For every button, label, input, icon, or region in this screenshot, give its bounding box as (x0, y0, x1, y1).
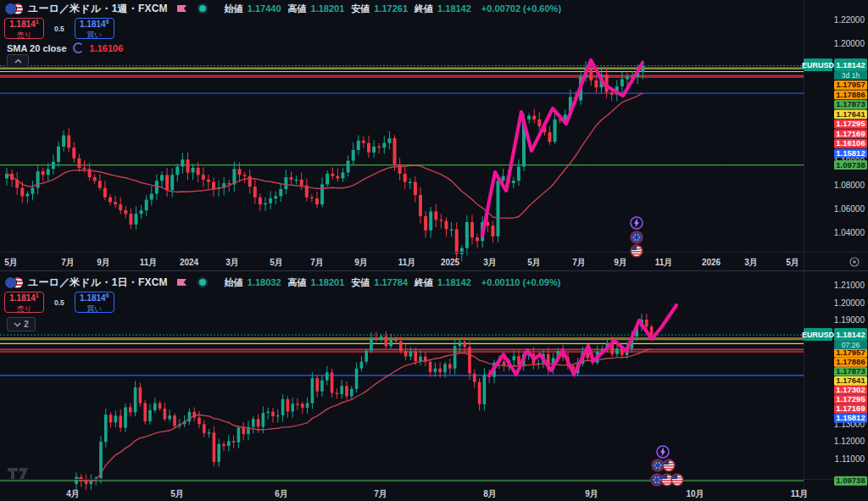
open-label: 始値 (225, 276, 243, 289)
sma-indicator-value: 1.16106 (90, 43, 124, 53)
sma-indicator-name: SMA 20 close (7, 43, 67, 53)
time-tick-label[interactable]: 8月 (483, 489, 497, 498)
candlesticks (5, 60, 644, 261)
time-tick-label[interactable]: 7月 (310, 258, 324, 267)
eu-event-icon[interactable] (631, 231, 643, 243)
sell-button[interactable]: 1.18141 売り (4, 292, 44, 313)
price-tick-label: 1.20000 (834, 298, 865, 308)
sma-line (7, 93, 643, 219)
time-tick-label[interactable]: 11月 (398, 258, 416, 267)
buy-button[interactable]: 1.18146 買い (75, 292, 114, 313)
buy-price: 1.1814 (80, 19, 106, 29)
daily-header-row: ユーロ／米ドル・1日・FXCM 始値 1.18032 高値 1.18201 安値… (5, 276, 560, 289)
sell-label: 売り (17, 304, 31, 313)
symbol-logo (5, 3, 23, 14)
time-tick-label[interactable]: 2024 (180, 258, 199, 267)
time-tick-label[interactable]: 9月 (354, 258, 368, 267)
time-tick-label[interactable]: 3月 (744, 258, 758, 267)
time-tick-label[interactable]: 5月 (786, 258, 799, 267)
time-tick-label[interactable]: 9月 (614, 258, 627, 267)
price-tick-label: 1.11000 (835, 454, 865, 464)
sell-button[interactable]: 1.18141 売り (4, 18, 44, 39)
svg-text:07:26: 07:26 (842, 341, 860, 349)
low-value: 1.17261 (374, 3, 408, 14)
buy-pip: 6 (106, 19, 109, 25)
svg-text:1.17295: 1.17295 (836, 394, 865, 404)
svg-text:1.17873: 1.17873 (836, 366, 865, 376)
svg-text:1.17873: 1.17873 (836, 99, 865, 109)
sma-indicator-row[interactable]: SMA 20 close 1.16106 (7, 42, 123, 53)
time-tick-label[interactable]: 3月 (483, 258, 497, 267)
us-event-icon[interactable] (671, 474, 683, 487)
sell-price: 1.1814 (9, 19, 36, 29)
eu-event-icon[interactable] (652, 459, 664, 471)
sell-pip: 1 (36, 292, 39, 298)
open-value: 1.17440 (248, 3, 281, 14)
chart-title-weekly[interactable]: ユーロ／米ドル・1週・FXCM (28, 2, 168, 16)
open-label: 始値 (225, 3, 243, 15)
svg-text:EURUSD: EURUSD (802, 331, 835, 339)
price-tick-label: 1.19000 (834, 315, 865, 325)
svg-text:1.17886: 1.17886 (836, 90, 865, 99)
low-label: 安値 (351, 3, 370, 15)
time-tick-label[interactable]: 11月 (655, 258, 673, 267)
flag-icon[interactable] (176, 277, 187, 287)
buy-label: 買い (87, 304, 102, 313)
lightning-event-icon[interactable] (657, 446, 669, 458)
buy-pip: 6 (106, 292, 109, 298)
time-tick-label[interactable]: 9月 (97, 258, 110, 267)
time-tick-label[interactable]: 7月 (61, 258, 75, 267)
time-tick-label[interactable]: 6月 (275, 489, 288, 498)
svg-text:1.09738: 1.09738 (836, 160, 865, 170)
svg-text:1.16106: 1.16106 (836, 138, 865, 148)
lightning-event-icon[interactable] (631, 217, 643, 229)
change-value: +0.00110 (+0.09%) (481, 277, 561, 287)
high-label: 高値 (288, 3, 307, 15)
time-tick-label[interactable]: 5月 (4, 258, 18, 267)
chart-title-daily[interactable]: ユーロ／米ドル・1日・FXCM (28, 276, 168, 290)
time-tick-label[interactable]: 5月 (270, 258, 283, 267)
low-value: 1.17784 (374, 277, 408, 287)
weekly-header-row: ユーロ／米ドル・1週・FXCM 始値 1.17440 高値 1.18201 安値… (5, 2, 561, 15)
expand-indicators-button[interactable]: 2 (7, 317, 36, 331)
symbol-logo (5, 277, 23, 288)
collapse-indicators-button[interactable] (7, 54, 29, 68)
high-value: 1.18201 (311, 277, 345, 287)
us-event-icon[interactable] (663, 459, 675, 472)
eur-logo-circle (5, 3, 16, 14)
time-tick-label[interactable]: 2025 (441, 258, 460, 267)
svg-text:1.17886: 1.17886 (836, 357, 865, 366)
price-chart-weekly[interactable]: 1.220001.200001.100001.080001.060001.040… (0, 0, 868, 270)
price-tick-label: 1.04000 (834, 228, 865, 237)
gear-icon[interactable] (850, 258, 859, 266)
time-tick-label[interactable]: 9月 (585, 489, 598, 498)
svg-text:1.17169: 1.17169 (836, 404, 865, 413)
time-tick-label[interactable]: 11月 (791, 489, 809, 498)
close-value: 1.18142 (437, 277, 471, 287)
chevron-up-icon (14, 58, 22, 64)
svg-text:1.17957: 1.17957 (836, 80, 865, 89)
tradingview-multichart: 1.220001.200001.100001.080001.060001.040… (0, 0, 868, 501)
time-tick-label[interactable]: 10月 (686, 489, 704, 498)
time-tick-label[interactable]: 11月 (140, 258, 158, 267)
ohlc-readout-weekly: 始値 1.17440 高値 1.18201 安値 1.17261 終値 1.18… (225, 3, 561, 15)
buy-button[interactable]: 1.18146 買い (75, 18, 114, 39)
buy-label: 買い (87, 31, 102, 39)
low-label: 安値 (351, 276, 370, 289)
time-tick-label[interactable]: 5月 (527, 258, 541, 267)
spread-value: 0.5 (54, 25, 64, 33)
time-tick-label[interactable]: 3月 (225, 258, 239, 267)
high-value: 1.18201 (311, 3, 345, 14)
price-chart-daily[interactable]: 1.210001.200001.190001.130001.120001.110… (0, 271, 868, 501)
time-tick-label[interactable]: 4月 (66, 489, 80, 498)
time-tick-label[interactable]: 7月 (572, 258, 586, 267)
time-tick-label[interactable]: 2026 (702, 258, 721, 267)
sma-line (76, 349, 652, 481)
flag-icon[interactable] (176, 3, 187, 14)
time-tick-label[interactable]: 5月 (170, 489, 184, 498)
svg-text:1.17295: 1.17295 (836, 119, 865, 128)
svg-text:1.09738: 1.09738 (836, 476, 865, 485)
svg-text:1.17302: 1.17302 (836, 385, 865, 394)
time-tick-label[interactable]: 7月 (374, 489, 387, 498)
us-event-icon[interactable] (631, 245, 643, 258)
